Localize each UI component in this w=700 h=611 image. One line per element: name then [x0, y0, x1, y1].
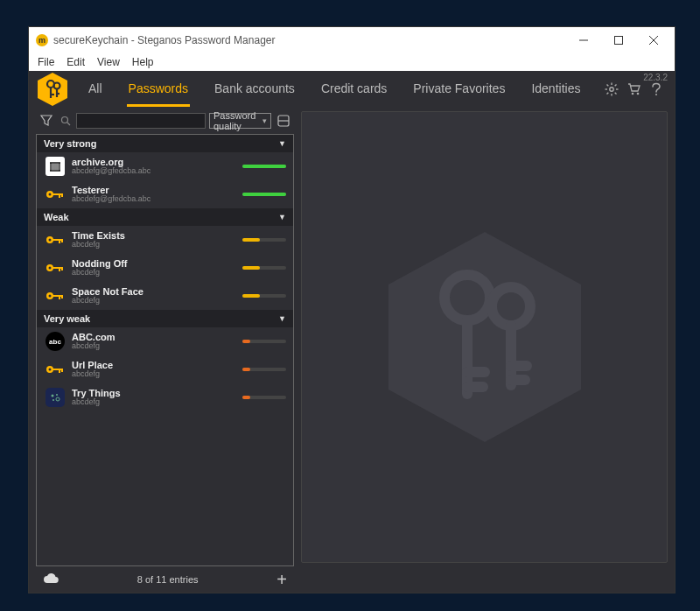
svg-rect-50 — [59, 369, 60, 373]
svg-line-16 — [607, 85, 609, 87]
strength-bar — [242, 193, 286, 196]
entry-row[interactable]: Testererabcdefg@gfedcba.abc — [37, 180, 293, 208]
entry-subtitle: abcdefg — [72, 297, 235, 306]
maximize-button[interactable] — [601, 28, 636, 53]
entry-count: 8 of 11 entries — [137, 574, 199, 585]
menu-help[interactable]: Help — [127, 54, 159, 70]
entry-row[interactable]: Space Not Faceabcdefg — [37, 282, 293, 310]
sync-button[interactable] — [43, 572, 59, 587]
entry-text: archive.orgabcdefg@gfedcba.abc — [72, 157, 235, 176]
svg-marker-56 — [388, 232, 581, 442]
svg-point-33 — [49, 239, 52, 242]
entry-text: ABC.comabcdefg — [72, 332, 235, 351]
search-input[interactable] — [76, 113, 206, 129]
entry-row[interactable]: Url Placeabcdefg — [37, 355, 293, 383]
entry-text: Nodding Offabcdefg — [72, 258, 235, 277]
add-entry-button[interactable]: + — [276, 570, 287, 590]
gear-icon — [605, 82, 619, 96]
svg-point-54 — [56, 397, 60, 401]
entries-list: Very strong▼archive.orgabcdefg@gfedcba.a… — [36, 134, 294, 566]
empty-state-icon — [371, 223, 598, 451]
entry-row[interactable]: archive.orgabcdefg@gfedcba.abc — [37, 152, 293, 180]
entry-subtitle: abcdefg — [72, 370, 235, 379]
entry-text: Testererabcdefg@gfedcba.abc — [72, 185, 235, 204]
layout-toggle-button[interactable] — [275, 112, 292, 130]
entry-text: Time Existsabcdefg — [72, 230, 235, 249]
key-icon — [46, 360, 65, 379]
entry-row[interactable]: Try Thingsabcdefg — [37, 383, 293, 411]
sort-select[interactable]: Password quality ▾ — [209, 113, 271, 129]
svg-point-48 — [49, 369, 52, 371]
strength-bar — [242, 340, 286, 343]
entry-title: ABC.com — [72, 332, 235, 342]
entry-title: Nodding Off — [72, 258, 235, 269]
svg-line-24 — [67, 123, 70, 125]
filter-bar: Password quality ▾ — [36, 111, 294, 134]
tab-credit-cards[interactable]: Credit cards — [319, 73, 388, 107]
svg-point-43 — [49, 295, 52, 298]
group-header[interactable]: Very strong▼ — [37, 135, 293, 152]
window-controls — [566, 28, 671, 53]
entry-title: Url Place — [72, 360, 235, 370]
svg-rect-36 — [61, 239, 63, 242]
entry-title: Space Not Face — [72, 286, 235, 297]
tab-bank-accounts[interactable]: Bank accounts — [213, 73, 297, 107]
strength-bar — [242, 396, 286, 399]
svg-rect-45 — [59, 295, 60, 299]
tab-private-favorites[interactable]: Private Favorites — [411, 73, 507, 107]
menu-view[interactable]: View — [92, 54, 125, 70]
entry-subtitle: abcdefg — [72, 241, 235, 249]
entry-subtitle: abcdefg — [72, 269, 235, 277]
tab-passwords[interactable]: Passwords — [127, 73, 190, 107]
menu-edit[interactable]: Edit — [61, 54, 90, 70]
close-icon — [649, 36, 658, 45]
maximize-icon — [614, 36, 623, 45]
entry-row[interactable]: Nodding Offabcdefg — [37, 254, 293, 282]
entry-subtitle: abcdefg@gfedcba.abc — [72, 195, 235, 204]
svg-point-38 — [49, 267, 52, 270]
svg-marker-4 — [38, 73, 67, 106]
entry-row[interactable]: abcABC.comabcdefg — [37, 327, 293, 355]
svg-line-19 — [607, 93, 609, 95]
window-title: secureKeychain - Steganos Password Manag… — [53, 34, 566, 46]
svg-point-22 — [655, 94, 657, 95]
group-label: Very strong — [44, 138, 97, 149]
strength-bar — [242, 266, 286, 270]
entry-subtitle: abcdefg — [72, 342, 235, 351]
titlebar: m secureKeychain - Steganos Password Man… — [29, 27, 675, 53]
key-icon — [46, 286, 65, 306]
group-header[interactable]: Weak▼ — [37, 208, 293, 226]
entry-title: archive.org — [72, 157, 235, 167]
tab-identities[interactable]: Identities — [529, 73, 582, 107]
svg-point-52 — [52, 395, 54, 397]
entry-title: Try Things — [72, 388, 235, 398]
menubar: File Edit View Help — [29, 53, 675, 71]
shop-button[interactable] — [627, 82, 641, 96]
svg-point-53 — [56, 394, 58, 396]
svg-line-18 — [615, 85, 617, 87]
strength-bar — [242, 238, 286, 242]
svg-rect-31 — [61, 193, 63, 197]
minimize-icon — [579, 36, 588, 45]
filter-button[interactable] — [38, 112, 55, 130]
help-button[interactable] — [650, 82, 662, 96]
group-header[interactable]: Very weak▼ — [37, 310, 293, 327]
tab-all[interactable]: All — [87, 73, 104, 107]
svg-rect-51 — [61, 369, 63, 372]
cart-icon — [627, 82, 641, 96]
menu-file[interactable]: File — [32, 54, 60, 70]
close-button[interactable] — [636, 28, 671, 53]
strength-bar — [242, 368, 286, 371]
search-icon — [60, 116, 71, 126]
svg-point-28 — [49, 193, 52, 196]
tabbar: All Passwords Bank accounts Credit cards… — [29, 71, 675, 108]
settings-button[interactable] — [605, 82, 619, 96]
tabs: All Passwords Bank accounts Credit cards… — [81, 73, 605, 107]
minimize-button[interactable] — [566, 28, 601, 53]
app-logo — [34, 71, 71, 108]
svg-point-23 — [62, 117, 68, 123]
svg-point-55 — [52, 399, 54, 401]
entry-row[interactable]: Time Existsabcdefg — [37, 226, 293, 254]
svg-rect-46 — [61, 295, 63, 298]
detail-panel — [301, 111, 668, 563]
